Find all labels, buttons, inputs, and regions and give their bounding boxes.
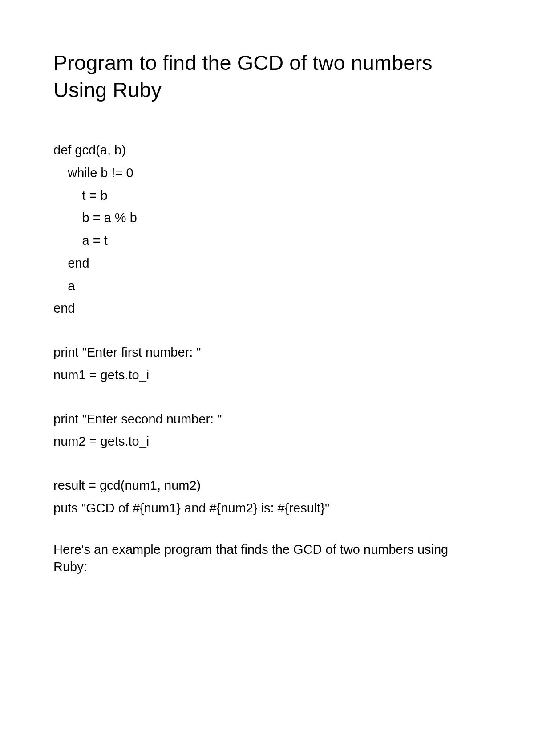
code-line: puts "GCD of #{num1} and #{num2} is: #{r… [53,497,481,520]
page-title: Program to find the GCD of two numbers U… [53,49,481,103]
code-line: num2 = gets.to_i [53,430,481,453]
code-block-input2: print "Enter second number: " num2 = get… [53,408,481,453]
code-line: while b != 0 [53,162,481,184]
code-line: num1 = gets.to_i [53,364,481,386]
code-line: print "Enter first number: " [53,341,481,364]
code-line: b = a % b [53,207,481,229]
code-line: end [53,297,481,320]
description-text: Here's an example program that finds the… [53,541,481,576]
code-line: print "Enter second number: " [53,408,481,431]
code-block-function: def gcd(a, b) while b != 0 t = b b = a %… [53,139,481,320]
code-line: a [53,275,481,297]
code-line: def gcd(a, b) [53,139,481,162]
code-block-result: result = gcd(num1, num2) puts "GCD of #{… [53,474,481,520]
code-block-input1: print "Enter first number: " num1 = gets… [53,341,481,386]
code-line: a = t [53,229,481,252]
code-line: t = b [53,184,481,207]
code-line: result = gcd(num1, num2) [53,474,481,497]
code-line: end [53,252,481,275]
